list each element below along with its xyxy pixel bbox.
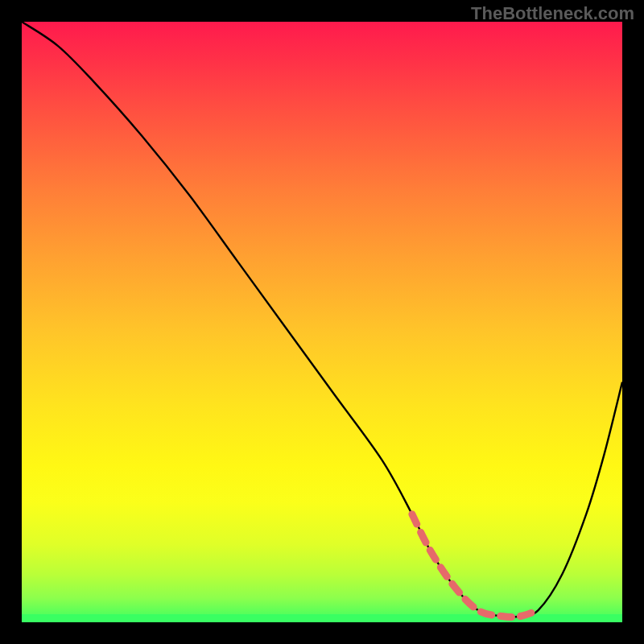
bottleneck-highlight-path — [412, 514, 539, 617]
curve-svg — [22, 22, 622, 622]
watermark-label: TheBottleneck.com — [471, 3, 634, 24]
plot-area — [22, 22, 622, 622]
chart-container: TheBottleneck.com — [0, 0, 644, 644]
bottleneck-curve-path — [22, 22, 622, 617]
